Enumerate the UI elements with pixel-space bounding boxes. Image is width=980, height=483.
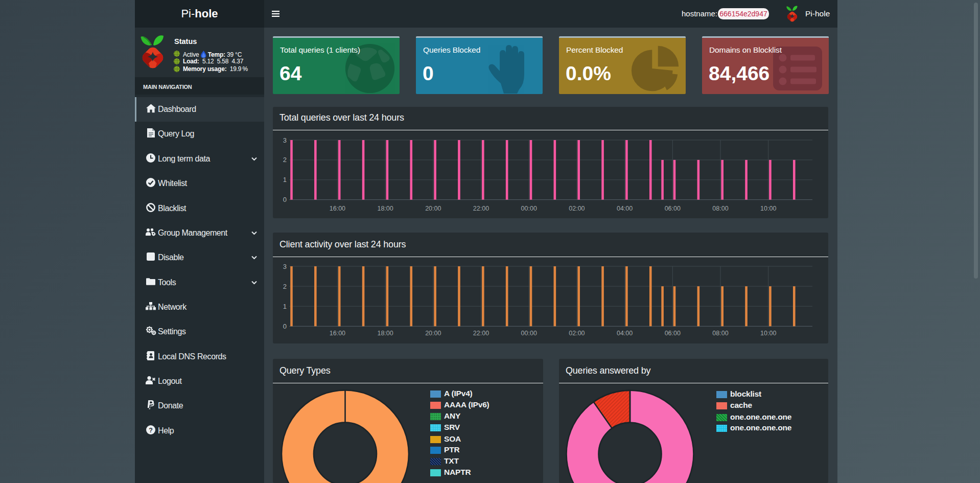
svg-text:?: ? <box>149 426 153 433</box>
svg-text:06:00: 06:00 <box>665 330 681 337</box>
svg-text:02:00: 02:00 <box>569 205 585 212</box>
svg-text:00:00: 00:00 <box>521 205 537 212</box>
svg-text:20:00: 20:00 <box>425 330 441 337</box>
svg-text:06:00: 06:00 <box>665 205 681 212</box>
svg-text:08:00: 08:00 <box>712 205 728 212</box>
svg-text:08:00: 08:00 <box>712 330 728 337</box>
svg-text:2: 2 <box>283 156 287 164</box>
svg-text:18:00: 18:00 <box>377 330 393 337</box>
svg-text:3: 3 <box>283 136 287 144</box>
svg-text:10:00: 10:00 <box>760 205 776 212</box>
svg-text:02:00: 02:00 <box>569 330 585 337</box>
svg-text:2: 2 <box>283 283 287 290</box>
svg-text:16:00: 16:00 <box>330 205 345 212</box>
svg-text:1: 1 <box>283 176 287 183</box>
svg-text:22:00: 22:00 <box>473 330 489 337</box>
svg-text:22:00: 22:00 <box>473 205 489 212</box>
svg-text:0: 0 <box>283 196 287 203</box>
svg-text:10:00: 10:00 <box>760 330 776 337</box>
svg-text:0: 0 <box>283 323 287 330</box>
svg-text:00:00: 00:00 <box>521 330 537 337</box>
svg-text:1: 1 <box>283 303 287 310</box>
svg-text:20:00: 20:00 <box>425 205 441 212</box>
svg-text:3: 3 <box>283 263 287 270</box>
svg-text:16:00: 16:00 <box>330 330 345 337</box>
svg-text:18:00: 18:00 <box>377 205 393 212</box>
svg-text:04:00: 04:00 <box>617 330 633 337</box>
svg-text:04:00: 04:00 <box>617 205 633 212</box>
